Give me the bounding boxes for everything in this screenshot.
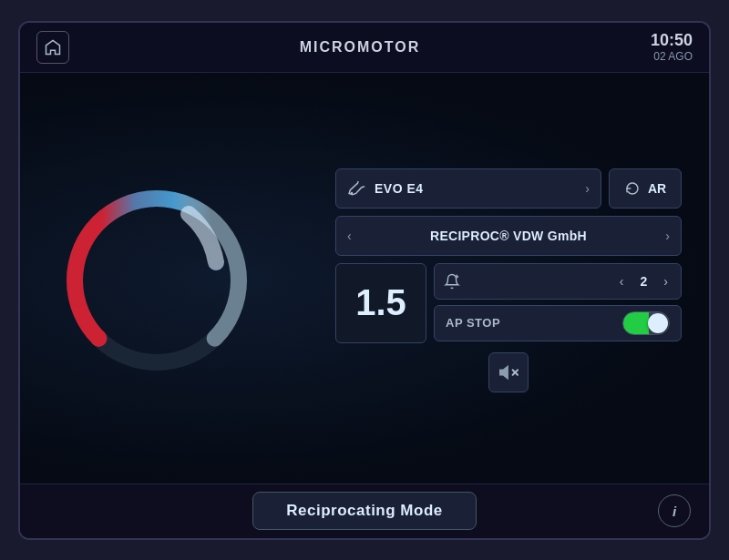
alert-value-display: 2 <box>634 274 652 289</box>
chevron-right-2-icon: › <box>665 229 670 243</box>
row-2: ‹ RECIPROC® VDW GmbH › <box>335 216 682 256</box>
clock: 10:50 02 AGO <box>651 31 693 64</box>
reciproc-button[interactable]: ‹ RECIPROC® VDW GmbH › <box>335 216 682 256</box>
ar-label: AR <box>648 181 666 196</box>
info-button[interactable]: i <box>658 494 691 527</box>
reciprocating-mode-button[interactable]: Reciprocating Mode <box>252 492 476 530</box>
time-display: 10:50 <box>651 31 693 51</box>
mute-button[interactable] <box>488 352 529 392</box>
gauge-svg <box>47 171 266 390</box>
bell-icon <box>444 273 460 290</box>
header: MICROMOTOR 10:50 02 AGO <box>20 23 709 73</box>
footer: Reciprocating Mode i <box>20 484 709 538</box>
right-panel: EVO E4 › AR ‹ RECIPROC® VDW GmbH <box>335 168 682 392</box>
evo-e4-button[interactable]: EVO E4 › <box>335 168 601 209</box>
svg-marker-5 <box>500 366 508 378</box>
row-3: 1.5 ‹ 2 <box>335 263 682 343</box>
gauge-container <box>47 171 266 390</box>
wrench-icon <box>347 179 365 198</box>
mute-icon <box>498 362 519 382</box>
home-button[interactable] <box>36 31 69 64</box>
device-frame: MICROMOTOR 10:50 02 AGO <box>18 21 711 540</box>
rotate-icon <box>624 180 641 197</box>
svg-point-2 <box>351 191 354 194</box>
ar-button[interactable]: AR <box>609 168 682 209</box>
alert-controls: ‹ 2 › <box>616 274 672 289</box>
chevron-right-icon: › <box>585 181 590 196</box>
evo-label: EVO E4 <box>375 181 424 196</box>
value-box: 1.5 <box>335 263 426 343</box>
alert-row: ‹ 2 › <box>434 263 682 300</box>
alert-increase-button[interactable]: › <box>660 274 672 289</box>
row-1: EVO E4 › AR <box>335 168 682 209</box>
ap-stop-row: AP STOP <box>434 305 682 341</box>
svg-point-1 <box>90 330 107 346</box>
ap-stop-label: AP STOP <box>446 316 500 330</box>
row-4 <box>335 352 682 392</box>
date-display: 02 AGO <box>651 50 693 63</box>
reciproc-label: RECIPROC® VDW GmbH <box>430 229 587 243</box>
controls-col: ‹ 2 › AP STOP <box>434 263 682 343</box>
page-title: MICROMOTOR <box>300 39 421 56</box>
alert-decrease-button[interactable]: ‹ <box>616 274 628 289</box>
home-icon <box>44 38 62 56</box>
main-content: EVO E4 › AR ‹ RECIPROC® VDW GmbH <box>20 73 709 484</box>
chevron-left-icon: ‹ <box>347 229 352 243</box>
ap-stop-toggle[interactable] <box>622 311 670 335</box>
toggle-knob <box>648 313 668 333</box>
svg-line-4 <box>457 276 458 277</box>
ap-stop-toggle-container <box>622 311 670 335</box>
value-display: 1.5 <box>355 282 406 323</box>
